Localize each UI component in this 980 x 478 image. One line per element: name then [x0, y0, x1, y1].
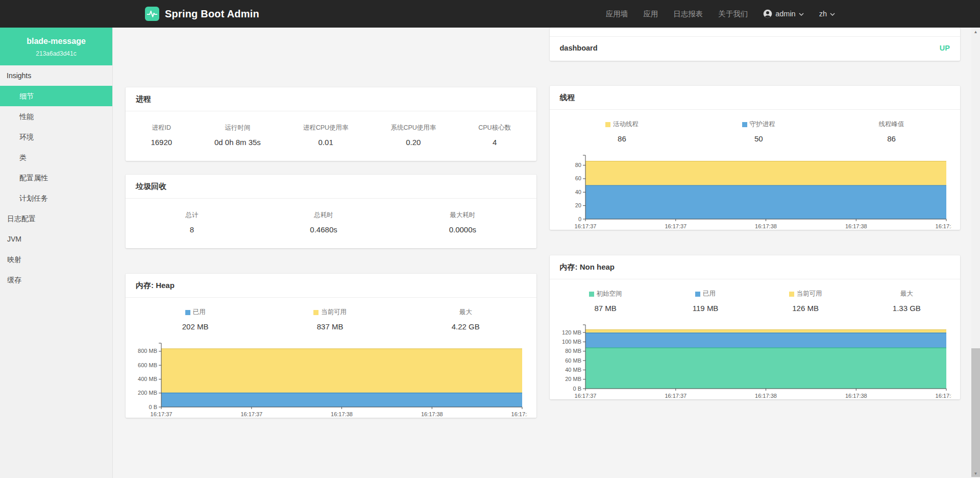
legend-label: 已用	[193, 308, 206, 317]
legend-swatch	[605, 122, 610, 127]
metric-gc-max-time: 最大耗时 0.0000s	[449, 211, 476, 234]
chevron-down-icon	[799, 13, 804, 16]
nav-link-applications[interactable]: 应用	[643, 9, 658, 19]
scrollbar-thumb[interactable]	[971, 348, 980, 477]
sidebar-item-config-props[interactable]: 配置属性	[0, 168, 112, 188]
left-column: 进程 进程ID 16920 运行时间 0d 0h 8m 35s 进程CPU使用率…	[126, 28, 536, 430]
legend-value: 119 MB	[693, 304, 719, 313]
legend-nonheap-used: 已用 119 MB	[693, 290, 719, 313]
sidebar-group-insights[interactable]: Insights	[0, 65, 112, 86]
app-scrollbar[interactable]: ▲ ▼	[971, 28, 980, 478]
metric-value: 0.4680s	[310, 225, 337, 234]
legend-daemon-threads: 守护进程 50	[742, 120, 775, 143]
nav-link-wallboard[interactable]: 应用墙	[606, 9, 628, 19]
nav-link-about[interactable]: 关于我们	[718, 9, 748, 19]
svg-text:16:17:38: 16:17:38	[845, 223, 867, 229]
legend-label: 当前可用	[321, 308, 347, 317]
metric-value: 8	[185, 225, 198, 234]
sidebar-item-classes[interactable]: 类	[0, 147, 112, 168]
svg-text:0 B: 0 B	[149, 404, 157, 410]
sidebar-item-caches[interactable]: 缓存	[0, 270, 112, 290]
process-metrics: 进程ID 16920 运行时间 0d 0h 8m 35s 进程CPU使用率 0.…	[126, 111, 536, 161]
metric-cpu-cores: CPU核心数 4	[478, 124, 511, 147]
sidebar-item-metrics[interactable]: 性能	[0, 106, 112, 127]
metric-value: 0d 0h 8m 35s	[214, 138, 261, 147]
status-row: dashboard UP	[550, 36, 961, 61]
svg-text:120 MB: 120 MB	[562, 329, 581, 336]
legend-nonheap-available: 当前可用 126 MB	[789, 290, 822, 313]
gc-card-title: 垃圾回收	[126, 175, 536, 199]
heap-legend: 已用 202 MB 当前可用 837 MB	[126, 298, 536, 338]
legend-value: 4.22 GB	[452, 322, 480, 331]
nav-link-journal[interactable]: 日志报表	[673, 9, 703, 19]
metric-value: 0.20	[390, 138, 436, 147]
svg-text:16:17:39: 16:17:39	[511, 411, 527, 417]
svg-text:16:17:38: 16:17:38	[755, 393, 777, 399]
legend-heap-available: 当前可用 837 MB	[313, 308, 347, 331]
threads-chart: 02040608016:17:3716:17:3716:17:3816:17:3…	[559, 153, 951, 230]
brand-title: Spring Boot Admin	[165, 8, 259, 20]
sidebar-item-log-config[interactable]: 日志配置	[0, 208, 112, 229]
dashboard-status-card[interactable]: dashboard UP	[550, 28, 961, 61]
sidebar-item-jvm[interactable]: JVM	[0, 229, 112, 249]
threads-card: 线程 活动线程 86 守护进程 50	[550, 86, 961, 230]
metric-label: 运行时间	[214, 124, 261, 132]
sidebar-item-environment[interactable]: 环境	[0, 127, 112, 147]
metric-uptime: 运行时间 0d 0h 8m 35s	[214, 124, 261, 147]
metric-value: 0.0000s	[449, 225, 476, 234]
metric-value: 0.01	[303, 138, 349, 147]
sidebar-item-scheduled-tasks[interactable]: 计划任务	[0, 188, 112, 208]
sidebar-item-details[interactable]: 细节	[0, 86, 112, 106]
svg-text:16:17:38: 16:17:38	[421, 411, 443, 417]
process-card-title: 进程	[126, 87, 536, 111]
heap-memory-chart: 0 B200 MB400 MB600 MB800 MB16:17:3716:17…	[135, 341, 527, 418]
legend-label: 守护进程	[750, 120, 775, 129]
nonheap-legend: 初始空间 87 MB 已用 119 MB 当	[550, 279, 961, 320]
metric-label: CPU核心数	[478, 124, 511, 132]
navbar-inner: Spring Boot Admin 应用墙 应用 日志报表 关于我们 admin…	[143, 0, 837, 28]
metric-label: 总计	[185, 211, 198, 220]
scrollbar-up-arrow[interactable]: ▲	[971, 28, 980, 36]
legend-value: 86	[605, 134, 639, 143]
svg-text:16:17:39: 16:17:39	[935, 393, 951, 399]
main-content: 进程 进程ID 16920 运行时间 0d 0h 8m 35s 进程CPU使用率…	[113, 28, 971, 478]
brand[interactable]: Spring Boot Admin	[145, 7, 259, 21]
svg-text:60 MB: 60 MB	[565, 357, 581, 364]
instance-name: blade-message	[4, 37, 108, 46]
navbar-links: 应用墙 应用 日志报表 关于我们 admin zh	[606, 9, 835, 19]
user-name: admin	[775, 10, 796, 18]
metric-gc-total-time: 总耗时 0.4680s	[310, 211, 337, 234]
svg-text:40: 40	[575, 189, 581, 195]
svg-text:16:17:39: 16:17:39	[935, 223, 951, 229]
legend-live-threads: 活动线程 86	[605, 120, 639, 143]
status-card-clipped-top	[550, 28, 961, 36]
legend-value: 126 MB	[789, 304, 822, 313]
svg-text:16:17:38: 16:17:38	[331, 411, 353, 417]
svg-text:600 MB: 600 MB	[138, 362, 157, 368]
legend-peak-threads: 线程峰值 86	[879, 120, 904, 143]
gc-card: 垃圾回收 总计 8 总耗时 0.4680s 最大耗时 0.0000s	[126, 175, 536, 248]
svg-text:40 MB: 40 MB	[565, 367, 581, 373]
threads-legend: 活动线程 86 守护进程 50 线程峰值	[550, 110, 961, 150]
language-selector[interactable]: zh	[819, 10, 835, 18]
scrollbar-down-arrow[interactable]: ▼	[971, 469, 980, 478]
metric-gc-count: 总计 8	[185, 211, 198, 234]
svg-text:16:17:37: 16:17:37	[574, 223, 596, 229]
sidebar: blade-message 213a6ad3d41c Insights 细节 性…	[0, 28, 113, 478]
svg-text:16:17:37: 16:17:37	[151, 411, 173, 417]
svg-text:80 MB: 80 MB	[565, 348, 581, 354]
svg-text:16:17:38: 16:17:38	[755, 223, 777, 229]
metric-label: 进程CPU使用率	[303, 124, 349, 132]
sidebar-item-mappings[interactable]: 映射	[0, 249, 112, 270]
legend-label: 最大	[900, 290, 913, 298]
legend-heap-used: 已用 202 MB	[182, 308, 209, 331]
legend-swatch	[742, 122, 747, 127]
right-column: dashboard UP 线程 活动线程 86	[550, 28, 961, 412]
process-card: 进程 进程ID 16920 运行时间 0d 0h 8m 35s 进程CPU使用率…	[126, 87, 536, 161]
svg-text:800 MB: 800 MB	[138, 348, 157, 354]
svg-text:60: 60	[575, 175, 581, 181]
legend-label: 当前可用	[797, 290, 822, 298]
legend-swatch	[695, 292, 700, 297]
user-menu[interactable]: admin	[763, 9, 804, 18]
metric-process-cpu: 进程CPU使用率 0.01	[303, 124, 349, 147]
